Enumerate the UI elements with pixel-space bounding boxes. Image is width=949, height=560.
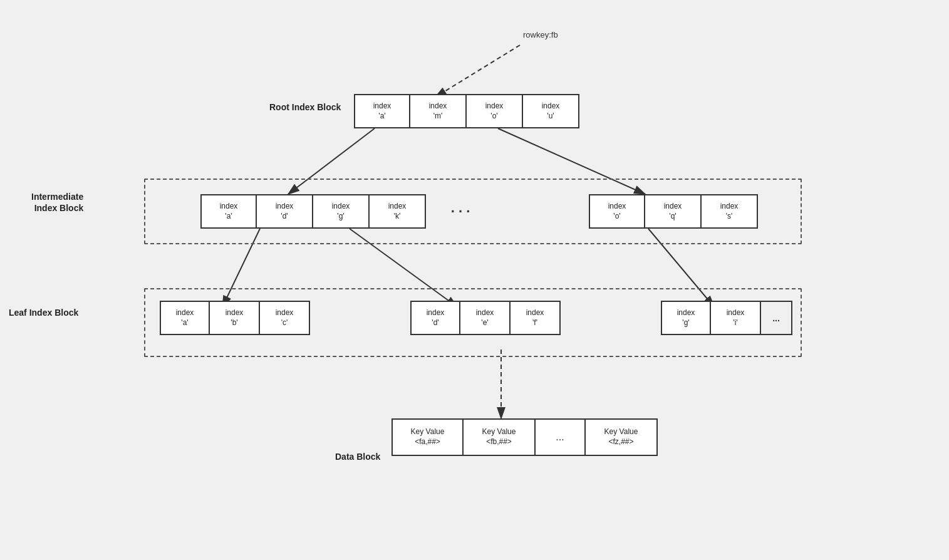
leaf-group1-block: index'a' index'b' index'c' [160, 301, 310, 335]
int-right-cell-3: index's' [702, 194, 758, 229]
data-cell-3: Key Value<fz,##> [586, 418, 658, 456]
root-index-block: index'a' index'm' index'o' index'u' [354, 94, 579, 128]
intermediate-left-block: index'a' index'd' index'g' index'k' [200, 194, 426, 229]
leaf-g3-dots: ... [761, 301, 792, 335]
int-left-cell-3: index'g' [313, 194, 370, 229]
root-cell-2: index'm' [410, 94, 467, 128]
leaf-g2-cell-3: index'f' [511, 301, 561, 335]
leaf-block-label: Leaf Index Block [9, 307, 78, 318]
root-block-label: Root Index Block [269, 101, 341, 113]
int-left-cell-2: index'd' [257, 194, 313, 229]
leaf-g1-cell-3: index'c' [260, 301, 310, 335]
int-left-cell-1: index'a' [200, 194, 257, 229]
leaf-group2-block: index'd' index'e' index'f' [410, 301, 561, 335]
leaf-g2-cell-1: index'd' [410, 301, 460, 335]
arrows-svg [0, 0, 949, 560]
intermediate-right-block: index'o' index'q' index's' [589, 194, 758, 229]
leaf-g1-cell-1: index'a' [160, 301, 210, 335]
data-cell-2: Key Value<fb,##> [464, 418, 536, 456]
root-cell-4: index'u' [523, 94, 579, 128]
int-right-cell-2: index'q' [645, 194, 702, 229]
leaf-group3-block: index'g' index'i' ... [661, 301, 792, 335]
leaf-g3-cell-1: index'g' [661, 301, 711, 335]
int-left-cell-4: index'k' [370, 194, 426, 229]
leaf-g2-cell-2: index'e' [460, 301, 511, 335]
intermediate-block-label: IntermediateIndex Block [31, 191, 83, 214]
intermediate-dots: · · · [435, 194, 485, 229]
leaf-g1-cell-2: index'b' [210, 301, 260, 335]
int-right-cell-1: index'o' [589, 194, 645, 229]
data-block-label: Data Block [335, 451, 380, 462]
rowkey-label: rowkey:fb [523, 30, 558, 39]
svg-line-0 [435, 45, 520, 97]
data-cell-dots: ... [536, 418, 586, 456]
leaf-g3-cell-2: index'i' [711, 301, 761, 335]
diagram: rowkey:fb Root Index Block index'a' inde… [0, 0, 949, 560]
root-cell-1: index'a' [354, 94, 410, 128]
data-block: Key Value<fa,##> Key Value<fb,##> ... Ke… [392, 418, 658, 456]
data-cell-1: Key Value<fa,##> [392, 418, 464, 456]
root-cell-3: index'o' [467, 94, 523, 128]
